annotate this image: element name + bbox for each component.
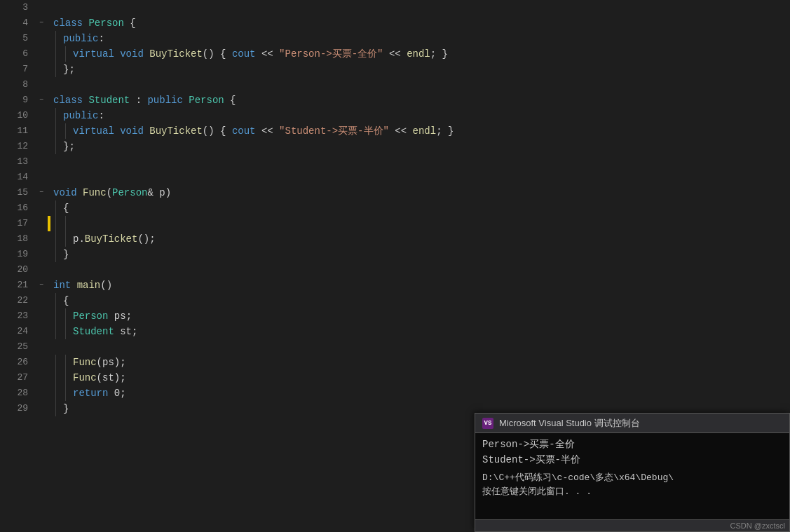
code-token: { [63,295,69,306]
vs-icon: VS [482,418,493,429]
line-number: 12 [0,139,35,154]
code-token: ps; [108,311,132,322]
indent-guide [60,355,70,370]
code-token: (ps); [97,357,126,368]
line-number: 3 [0,0,35,15]
gutter [35,216,48,231]
code-token: << [255,125,279,137]
code-token: }; [63,141,75,152]
indent-guide [50,293,60,308]
code-token [77,187,83,198]
line-number: 20 [0,262,35,278]
code-content: class Student : public Person { [50,93,790,108]
indent-guide [50,139,60,154]
gutter [35,62,48,77]
code-content: class Person { [50,15,790,31]
indent-guide [50,31,60,46]
code-line: 9−class Student : public Person { [0,93,790,108]
debug-footer: CSDN @zxctscl [475,519,789,531]
code-line: 4−class Person { [0,15,790,31]
debug-title-bar: VS Microsoft Visual Studio 调试控制台 [475,414,789,433]
line-number: 18 [0,231,35,247]
gutter [35,262,48,278]
code-line: 20 [0,262,790,278]
code-content [50,170,790,185]
code-token: }; [63,64,75,75]
code-token: () { [203,125,232,137]
line-number: 17 [0,216,35,231]
indent-guide [50,216,60,231]
gutter [35,370,48,386]
code-token: << [383,48,407,60]
code-line: 21−int main() [0,278,790,293]
gutter [35,200,48,216]
line-number: 16 [0,200,35,216]
code-token: public [63,33,98,44]
code-token: { [63,203,69,214]
code-token: virtual [73,48,114,60]
code-content: virtual void BuyTicket() { cout << "Pers… [70,46,790,62]
line-number: 27 [0,370,35,386]
code-content [50,0,790,15]
gutter [35,324,48,339]
code-token: void [53,187,77,198]
code-token: { [224,95,236,106]
code-token: void [120,125,144,137]
gutter [35,247,48,262]
gutter [35,355,48,370]
indent-guide [50,123,60,139]
code-token: return [73,388,108,399]
collapse-button[interactable]: − [39,15,43,31]
indent-guide [60,308,70,324]
code-line: 26Func(ps); [0,355,790,370]
code-token: Student [88,95,130,106]
code-token: : [98,110,104,121]
code-token: (st); [97,372,126,383]
collapse-button[interactable]: − [39,185,43,200]
indent-guide [50,355,60,370]
code-token: & p) [147,187,171,198]
gutter [35,231,48,247]
code-token: ( [107,187,112,198]
gutter [35,339,48,355]
code-line: 15−void Func(Person& p) [0,185,790,200]
code-line: 8 [0,77,790,93]
code-token: endl [407,48,430,60]
indent-guide [50,247,60,262]
indent-guide [60,370,70,386]
indent-guide [60,324,70,339]
collapse-button[interactable]: − [39,278,43,293]
line-number: 9 [0,93,35,108]
code-line: 18p.BuyTicket(); [0,231,790,247]
gutter [35,108,48,123]
line-number: 23 [0,308,35,324]
line-number: 6 [0,46,35,62]
code-content: void Func(Person& p) [50,185,790,200]
gutter [35,401,48,416]
indent-guide [50,108,60,123]
code-token: () [100,280,112,291]
gutter [35,154,48,170]
code-token: p. [73,233,85,245]
debug-path: D:\C++代码练习\c-code\多态\x64\Debug\ [482,471,782,484]
gutter [35,386,48,401]
code-line: 6virtual void BuyTicket() { cout << "Per… [0,46,790,62]
code-token: class [53,95,88,106]
code-token: endl [413,125,437,137]
line-number: 28 [0,386,35,401]
code-token [71,280,76,291]
gutter [35,0,48,15]
indent-guide [50,324,60,339]
indent-guide [50,308,60,324]
code-line: 3 [0,0,790,15]
gutter [35,123,48,139]
indent-guide [60,216,70,231]
line-number: 8 [0,77,35,93]
collapse-button[interactable]: − [39,93,43,108]
code-token: Person [73,311,108,322]
code-content: }; [60,139,790,154]
code-line: 10public: [0,108,790,123]
code-line: 14 [0,170,790,185]
code-content: virtual void BuyTicket() { cout << "Stud… [70,123,790,139]
indent-guide [50,200,60,216]
